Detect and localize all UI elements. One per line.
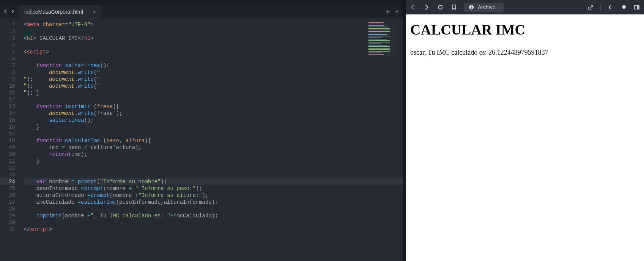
line-number: 22 — [0, 165, 15, 171]
code-line: saltarLinea(); — [24, 117, 403, 124]
code-line — [24, 171, 403, 178]
code-line — [24, 55, 403, 62]
code-line — [24, 130, 403, 137]
line-number: 7 — [0, 62, 15, 69]
line-number: 30 — [0, 219, 15, 226]
line-number: 9 — [0, 76, 15, 83]
line-number: 4 — [0, 42, 15, 49]
tab-nav-arrows — [0, 9, 19, 15]
tab-prev-icon[interactable] — [3, 9, 9, 15]
line-number: 8 — [0, 69, 15, 76]
line-number: 21 — [0, 158, 15, 165]
tab-dropdown-icon[interactable] — [394, 9, 400, 14]
code-line — [24, 28, 403, 35]
code-line: return(imc); — [24, 151, 403, 158]
line-number: 13 — [0, 103, 15, 110]
code-line: alturaInformado =prompt(nombre +"Infomre… — [24, 192, 403, 199]
line-number: 24 — [0, 178, 15, 185]
file-scheme-icon — [468, 4, 475, 11]
line-number: 29 — [0, 212, 15, 219]
line-number: 25 — [0, 185, 15, 192]
code-line — [24, 96, 403, 103]
line-number: 16 — [0, 124, 15, 130]
code-line: } — [24, 158, 403, 165]
line-number: 31 — [0, 226, 15, 233]
code-line: imcCalculado =calcularImc(pesoInformado,… — [24, 199, 403, 206]
line-number: 20 — [0, 151, 15, 158]
tab-next-icon[interactable] — [10, 9, 16, 15]
tab-filename: indiceMasaCorporal.html — [24, 9, 83, 15]
svg-point-2 — [471, 5, 472, 6]
bookmark-icon[interactable] — [450, 4, 457, 11]
code-line: imc = peso / (altura*altura); — [24, 144, 403, 151]
line-number: 23 — [0, 171, 15, 178]
minimap[interactable] — [367, 21, 398, 56]
code-line: } — [24, 124, 403, 130]
code-text-area[interactable]: <meta charset="UTF-8"><h1> CALCULAR IMC<… — [19, 18, 403, 261]
browser-pane: Archivo | | CALCULAR IMC oscar, Tu IMC c… — [406, 0, 644, 261]
line-number: 15 — [0, 117, 15, 124]
tab-close-icon[interactable]: × — [93, 9, 96, 15]
code-line: pesoInformado =prompt(nombre + " Infomre… — [24, 185, 403, 192]
code-editor-pane: indiceMasaCorporal.html × 12345678910111… — [0, 0, 403, 261]
nav-back-icon[interactable] — [409, 4, 416, 11]
toolbar-separator: | — [600, 4, 601, 11]
tab-bar-actions — [385, 9, 400, 14]
line-number: 12 — [0, 96, 15, 103]
line-number: 6 — [0, 55, 15, 62]
code-line: imprimir(nombre +", Tu IMC calculado es:… — [24, 212, 403, 219]
line-number: 28 — [0, 206, 15, 212]
browser-viewport: CALCULAR IMC oscar, Tu IMC calculado es:… — [406, 14, 644, 261]
code-line: document.write(""); — [24, 69, 403, 76]
code-line — [24, 219, 403, 226]
address-bar[interactable]: Archivo | — [464, 3, 504, 12]
browser-toolbar: Archivo | | — [406, 0, 644, 14]
editor-menu-bar — [0, 0, 403, 5]
code-line: <script> — [24, 49, 403, 55]
line-number: 19 — [0, 144, 15, 151]
line-number: 14 — [0, 110, 15, 117]
extension-icon-1[interactable] — [608, 4, 614, 11]
code-line: <meta charset="UTF-8"> — [24, 21, 403, 28]
line-number: 2 — [0, 28, 15, 35]
line-number: 5 — [0, 49, 15, 55]
address-separator: | — [499, 4, 500, 10]
editor-tab-bar: indiceMasaCorporal.html × — [0, 5, 403, 18]
share-icon[interactable] — [587, 4, 594, 11]
reload-icon[interactable] — [437, 4, 444, 11]
svg-rect-1 — [471, 7, 472, 9]
line-number-gutter: 1234567891011121314151617181920212223242… — [0, 18, 19, 261]
address-label: Archivo — [478, 4, 496, 10]
svg-rect-4 — [637, 5, 639, 9]
code-line: function saltarLinea(){ — [24, 62, 403, 69]
line-number: 17 — [0, 130, 15, 137]
line-number: 11 — [0, 90, 15, 96]
page-result-text: oscar, Tu IMC calculado es: 26.122448979… — [410, 49, 639, 57]
code-line: document.write(frase ); — [24, 110, 403, 117]
code-line — [24, 206, 403, 212]
code-line: </script> — [24, 226, 403, 233]
code-line: } — [24, 90, 403, 96]
line-number: 1 — [0, 21, 15, 28]
editor-body: 1234567891011121314151617181920212223242… — [0, 18, 403, 261]
editor-tab-active[interactable]: indiceMasaCorporal.html × — [19, 5, 101, 18]
code-line: document.write(""); — [24, 83, 403, 90]
line-number: 18 — [0, 137, 15, 144]
extensions-icon[interactable] — [620, 4, 627, 11]
code-line: document.write(""); — [24, 76, 403, 83]
code-line — [24, 42, 403, 49]
sidebar-toggle-icon[interactable] — [633, 4, 640, 11]
line-number: 26 — [0, 192, 15, 199]
new-tab-icon[interactable] — [385, 9, 390, 14]
page-heading: CALCULAR IMC — [410, 21, 639, 38]
line-number: 27 — [0, 199, 15, 206]
code-line — [24, 165, 403, 171]
code-line: function calcularImc (peso, altura){ — [24, 137, 403, 144]
code-line: function imprimir (frase){ — [24, 103, 403, 110]
nav-forward-icon[interactable] — [423, 4, 430, 11]
line-number: 10 — [0, 83, 15, 90]
code-line: <h1> CALCULAR IMC</h1> — [24, 35, 403, 42]
code-line: var nombre = prompt("Informe su nombre")… — [24, 178, 403, 185]
line-number: 3 — [0, 35, 15, 42]
